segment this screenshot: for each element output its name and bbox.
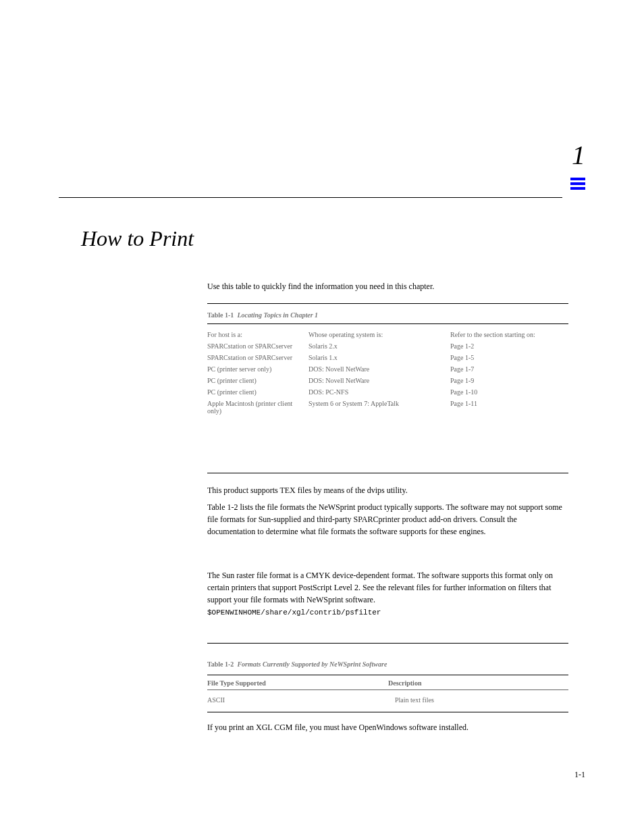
table-row: PC (printer client) DOS: Novell NetWare … bbox=[207, 375, 568, 386]
table2-header-row: File Type Supported Description bbox=[207, 679, 568, 687]
tex-note-paragraph: This product supports TEX files by means… bbox=[207, 484, 567, 496]
xgl-paragraph: If you print an XGL CGM file, you must h… bbox=[207, 721, 567, 733]
table-row: Apple Macintosh (printer client only) Sy… bbox=[207, 398, 568, 417]
table-cell: System 6 or System 7: AppleTalk bbox=[308, 400, 450, 415]
table-cell: Page 1-7 bbox=[450, 365, 568, 373]
table-cell: Solaris 1.x bbox=[308, 354, 450, 361]
table-cell: PC (printer server only) bbox=[207, 365, 308, 373]
table-cell: Page 1-5 bbox=[450, 354, 568, 361]
table-row: ASCII Plain text files bbox=[207, 695, 568, 705]
table-cell: Page 1-9 bbox=[450, 377, 568, 384]
chapter-number: 1 bbox=[572, 139, 585, 171]
table1-header-rule bbox=[207, 323, 568, 324]
table1-caption: Table 1-1 Locating Topics in Chapter 1 bbox=[207, 311, 318, 319]
table-cell: Refer to the section starting on: bbox=[450, 331, 568, 338]
table2-top-rule bbox=[207, 643, 568, 644]
table2-bottom-rule bbox=[207, 712, 568, 712]
table-cell: DOS: PC-NFS bbox=[308, 388, 450, 396]
table-cell: DOS: Novell NetWare bbox=[308, 365, 450, 373]
table-cell: PC (printer client) bbox=[207, 388, 308, 396]
table1-top-rule bbox=[207, 303, 568, 304]
table-row: SPARCstation or SPARCserver Solaris 2.x … bbox=[207, 340, 568, 352]
psfilter-text: The Sun raster file format is a CMYK dev… bbox=[207, 571, 553, 604]
table2-header-top-rule bbox=[207, 675, 568, 675]
code-path: $OPENWINHOME/share/xgl/contrib/psfilter bbox=[207, 608, 381, 617]
menu-bars-icon bbox=[570, 178, 585, 192]
page-number: 1-1 bbox=[574, 770, 585, 780]
table-row: PC (printer client) DOS: PC-NFS Page 1-1… bbox=[207, 386, 568, 398]
table1-caption-prefix: Table 1-1 bbox=[207, 311, 234, 319]
table2-header-cell: File Type Supported bbox=[207, 679, 388, 687]
table1-bottom-rule bbox=[207, 473, 568, 473]
table-cell: ASCII bbox=[207, 696, 395, 704]
table-cell: Whose operating system is: bbox=[308, 331, 450, 338]
table1-caption-title: Locating Topics in Chapter 1 bbox=[237, 311, 318, 319]
table2-caption-prefix: Table 1-2 bbox=[207, 660, 234, 668]
table-cell: DOS: Novell NetWare bbox=[308, 377, 450, 384]
psfilter-paragraph: The Sun raster file format is a CMYK dev… bbox=[207, 569, 567, 619]
table-cell: Page 1-11 bbox=[450, 400, 568, 415]
table-cell: Plain text files bbox=[395, 696, 568, 704]
table2-caption: Table 1-2 Formats Currently Supported by… bbox=[207, 660, 387, 668]
table2-caption-title: Formats Currently Supported by NeWSprint… bbox=[237, 660, 387, 668]
table-cell: SPARCstation or SPARCserver bbox=[207, 354, 308, 361]
table-cell: Page 1-2 bbox=[450, 342, 568, 350]
chapter-header-rule bbox=[59, 197, 562, 198]
table-cell: For host is a: bbox=[207, 331, 308, 338]
chapter-title: How to Print bbox=[81, 226, 194, 251]
table-cell: Page 1-10 bbox=[450, 388, 568, 396]
table-row: PC (printer server only) DOS: Novell Net… bbox=[207, 363, 568, 375]
document-page: 1 How to Print Use this table to quickly… bbox=[0, 0, 644, 834]
table2-header-bottom-rule bbox=[207, 689, 568, 690]
table1: For host is a: Whose operating system is… bbox=[207, 329, 568, 417]
table-row: For host is a: Whose operating system is… bbox=[207, 329, 568, 340]
table-cell: SPARCstation or SPARCserver bbox=[207, 342, 308, 350]
table-cell: Solaris 2.x bbox=[308, 342, 450, 350]
intro-paragraph: Use this table to quickly find the infor… bbox=[207, 281, 567, 292]
table2: ASCII Plain text files bbox=[207, 695, 568, 705]
table2-header-cell: Description bbox=[388, 679, 568, 687]
table-cell: PC (printer client) bbox=[207, 377, 308, 384]
table-row: SPARCstation or SPARCserver Solaris 1.x … bbox=[207, 352, 568, 363]
table-cell: Apple Macintosh (printer client only) bbox=[207, 400, 308, 415]
formats-paragraph: Table 1-2 lists the file formats the NeW… bbox=[207, 501, 567, 538]
